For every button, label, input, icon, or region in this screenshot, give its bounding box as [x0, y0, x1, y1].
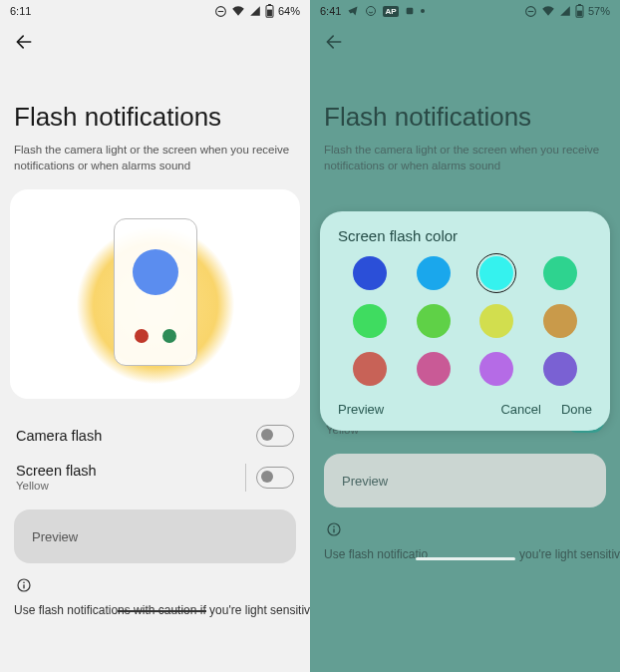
signal-icon [559, 5, 571, 17]
svg-rect-4 [267, 10, 272, 17]
screen-flash-toggle[interactable] [256, 467, 294, 489]
illustration-dot-green [162, 329, 176, 343]
svg-rect-9 [406, 8, 413, 15]
notification-icon [405, 6, 415, 16]
preview-button[interactable]: Preview [324, 454, 606, 507]
info-icon [16, 577, 32, 593]
gesture-bar[interactable] [416, 557, 515, 560]
battery-text: 64% [278, 5, 300, 17]
screenshot-right: 6:41 AP 57% Flash notifications Flash th… [310, 0, 620, 672]
dialog-preview-button[interactable]: Preview [338, 402, 384, 417]
back-button[interactable] [12, 30, 36, 54]
wifi-icon [231, 5, 245, 17]
svg-rect-13 [578, 4, 581, 5]
page-title: Flash notifications [0, 102, 310, 143]
color-swatch[interactable] [417, 352, 451, 386]
svg-rect-17 [333, 528, 334, 532]
color-swatch[interactable] [353, 256, 387, 290]
camera-flash-label: Camera flash [16, 428, 102, 444]
svg-rect-14 [577, 11, 582, 17]
page-title: Flash notifications [310, 102, 620, 143]
camera-flash-row[interactable]: Camera flash [0, 417, 310, 455]
preview-button[interactable]: Preview [14, 509, 296, 563]
color-picker-dialog: Screen flash color Preview Cancel Done [320, 211, 610, 431]
info-icon [326, 521, 342, 537]
color-swatch[interactable] [479, 256, 513, 290]
battery-icon [575, 4, 584, 18]
dnd-icon [524, 5, 537, 18]
color-swatch[interactable] [543, 304, 577, 338]
svg-rect-7 [23, 584, 24, 588]
svg-point-16 [333, 526, 335, 528]
wifi-icon [541, 5, 555, 17]
arrow-left-icon [324, 32, 344, 52]
back-button[interactable] [322, 30, 346, 54]
arrow-left-icon [14, 32, 34, 52]
color-swatch[interactable] [479, 304, 513, 338]
screenshot-left: 6:11 64% Flash notifications Flash the c… [0, 0, 310, 672]
row-divider [245, 464, 246, 492]
color-swatch-grid [338, 256, 592, 386]
dnd-icon [214, 5, 227, 18]
svg-rect-3 [268, 4, 271, 5]
telegram-icon [347, 5, 359, 17]
color-swatch[interactable] [543, 352, 577, 386]
app-badge-icon: AP [383, 6, 398, 17]
color-swatch[interactable] [353, 352, 387, 386]
status-bar: 6:11 64% [0, 0, 310, 22]
screen-flash-sub: Yellow [16, 480, 97, 492]
whatsapp-icon [365, 5, 377, 17]
color-swatch[interactable] [353, 304, 387, 338]
status-time: 6:11 [10, 5, 31, 17]
status-time: 6:41 [320, 5, 341, 17]
color-swatch[interactable] [479, 352, 513, 386]
dialog-title: Screen flash color [338, 227, 592, 244]
battery-icon [265, 4, 274, 18]
color-swatch[interactable] [543, 256, 577, 290]
dialog-cancel-button[interactable]: Cancel [500, 402, 540, 417]
phone-outline [114, 218, 197, 366]
status-bar: 6:41 AP 57% [310, 0, 620, 22]
color-swatch[interactable] [417, 256, 451, 290]
illustration-screen-flash [133, 249, 178, 295]
page-subtitle: Flash the camera light or the screen whe… [0, 143, 310, 189]
status-icons: 57% [524, 4, 610, 18]
illustration-dot-red [135, 329, 149, 343]
svg-point-6 [23, 582, 25, 584]
color-swatch[interactable] [417, 304, 451, 338]
screen-flash-label: Screen flash [16, 463, 97, 479]
battery-text: 57% [588, 5, 610, 17]
dialog-done-button[interactable]: Done [561, 402, 592, 417]
more-notifications-icon [421, 9, 425, 13]
footer-warning: Use flash notifications with caution if … [0, 603, 310, 617]
svg-point-8 [367, 7, 376, 16]
illustration-card [10, 189, 300, 399]
status-icons: 64% [214, 4, 300, 18]
page-subtitle: Flash the camera light or the screen whe… [310, 143, 620, 189]
screen-flash-row[interactable]: Screen flash Yellow [0, 455, 310, 500]
camera-flash-toggle[interactable] [256, 425, 294, 447]
signal-icon [249, 5, 261, 17]
